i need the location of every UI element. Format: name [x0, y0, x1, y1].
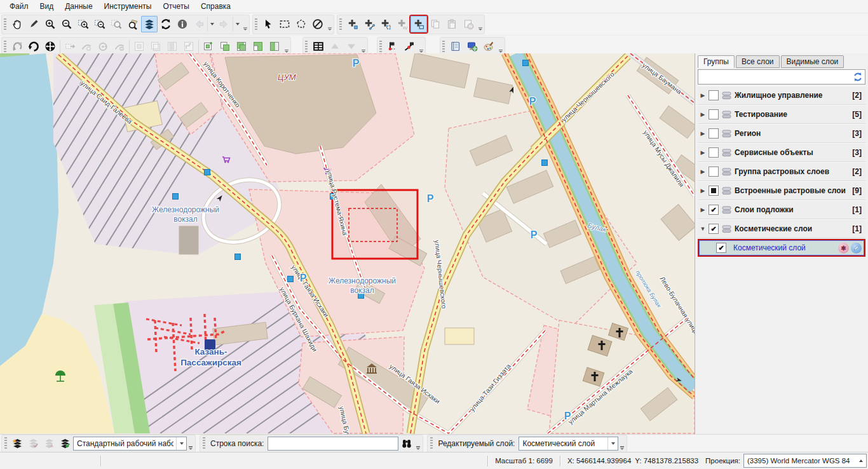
- expander-icon[interactable]: ▼: [698, 226, 708, 232]
- move-object-button[interactable]: [42, 38, 58, 55]
- refresh-layers-icon[interactable]: [853, 72, 863, 82]
- workset-delete-button[interactable]: [41, 436, 57, 451]
- toolbar-grip[interactable]: [255, 18, 257, 31]
- tab-visible-layers[interactable]: Видимые слои: [781, 55, 844, 68]
- toolbar-grip[interactable]: [339, 18, 342, 31]
- vertex-add-button[interactable]: [78, 38, 95, 55]
- workset-apply-button[interactable]: [57, 436, 73, 451]
- layer-snap-button[interactable]: ✱: [838, 243, 849, 254]
- toolbar-grip[interactable]: [379, 41, 382, 53]
- zoom-extent-button[interactable]: [125, 16, 141, 32]
- add-point-xy-button[interactable]: xy: [394, 16, 410, 32]
- style-editor-button[interactable]: [480, 38, 497, 55]
- zoom-window-out-button[interactable]: [92, 16, 108, 32]
- toolbar-overflow-button[interactable]: [618, 435, 625, 452]
- zoom-in-button[interactable]: [42, 16, 58, 32]
- menu-reports[interactable]: Отчеты: [157, 1, 194, 12]
- toolbar-overflow-button[interactable]: [477, 15, 484, 33]
- layer-group-row[interactable]: ▶ Группа растровых слоев [2]: [698, 162, 865, 181]
- geometry-subtract-button[interactable]: [250, 38, 266, 55]
- layer-group-row-expanded[interactable]: ▼ ✔ Косметические слои [1]: [698, 219, 865, 238]
- expander-icon[interactable]: ▶: [698, 111, 708, 118]
- group-checkbox[interactable]: [709, 147, 719, 158]
- tab-all-layers[interactable]: Все слои: [736, 55, 780, 68]
- expander-icon[interactable]: ▶: [698, 168, 708, 175]
- workset-new-button[interactable]: ★: [10, 436, 25, 451]
- group-checkbox[interactable]: [709, 167, 719, 177]
- add-point-button[interactable]: [344, 16, 361, 32]
- group-checkbox[interactable]: [709, 128, 719, 139]
- topology-create-button[interactable]: [131, 38, 147, 55]
- toolbar-overflow-button[interactable]: [326, 15, 333, 33]
- toolbar-grip[interactable]: [305, 41, 308, 53]
- expander-icon[interactable]: ▶: [698, 149, 708, 156]
- journal-button[interactable]: [447, 38, 464, 55]
- toolbar-grip[interactable]: [430, 437, 433, 449]
- layer-row-cosmetic[interactable]: ✔ Косметический слой ✱: [699, 240, 864, 255]
- move-down-button[interactable]: [343, 38, 360, 55]
- expander-icon[interactable]: ▶: [698, 207, 708, 213]
- group-checkbox-checked[interactable]: ✔: [709, 224, 719, 234]
- toolbar-overflow-button[interactable]: [187, 435, 194, 452]
- map-canvas[interactable]: улица Саид-Галеева улица Коротченко улиц…: [0, 53, 695, 434]
- menu-tools[interactable]: Инструменты: [98, 1, 158, 12]
- snap-edge-button[interactable]: [401, 38, 417, 55]
- vertex-handle[interactable]: [235, 254, 241, 260]
- nav-forward-button[interactable]: [216, 16, 233, 32]
- toolbar-grip[interactable]: [4, 437, 7, 449]
- select-polygon-button[interactable]: [293, 16, 309, 32]
- tab-groups[interactable]: Группы: [698, 55, 735, 68]
- geometry-union-button[interactable]: [217, 38, 233, 55]
- layer-group-row[interactable]: ▶ Сервисные объекты [3]: [698, 143, 865, 162]
- layer-group-row[interactable]: ▶ Регион [3]: [698, 124, 865, 143]
- vertex-handle[interactable]: [205, 170, 210, 175]
- refresh-map-button[interactable]: [158, 16, 174, 32]
- vertex-handle[interactable]: [542, 160, 548, 166]
- group-checkbox-checked[interactable]: ✔: [709, 205, 719, 215]
- select-rectangle-button[interactable]: [276, 16, 293, 32]
- layer-filter-input[interactable]: [700, 71, 853, 83]
- group-checkbox[interactable]: [709, 109, 719, 119]
- copy-button[interactable]: [427, 16, 444, 32]
- info-button[interactable]: [174, 16, 191, 32]
- add-rectangle-button[interactable]: [410, 16, 427, 32]
- combo-dropdown-button[interactable]: [607, 437, 618, 450]
- layer-group-row[interactable]: ▶ Жилищное управление [2]: [698, 86, 865, 105]
- undo-button[interactable]: [9, 38, 25, 55]
- layer-group-row[interactable]: ▶ Тестирование [5]: [698, 105, 865, 124]
- editable-layer-combobox[interactable]: Косметический слой: [519, 437, 618, 451]
- menu-file[interactable]: Файл: [4, 1, 34, 12]
- toolbar-overflow-button[interactable]: [241, 15, 248, 33]
- zoom-to-selection-button[interactable]: [108, 16, 125, 32]
- toolbar-overflow-button[interactable]: [414, 435, 421, 452]
- vertex-handle[interactable]: [288, 276, 294, 282]
- geometry-add-part-button[interactable]: [200, 38, 217, 55]
- projection-combobox[interactable]: (3395) World Mercator WGS 84: [743, 454, 867, 468]
- expander-icon[interactable]: ▶: [698, 187, 708, 194]
- remote-service-button[interactable]: [464, 38, 480, 55]
- select-cursor-button[interactable]: [260, 16, 276, 32]
- layer-group-row[interactable]: ▶ ✔ Слои подложки [1]: [698, 200, 865, 219]
- menu-help[interactable]: Справка: [195, 1, 236, 12]
- redo-rotate-button[interactable]: [25, 38, 42, 55]
- toolbar-grip[interactable]: [442, 41, 445, 53]
- vertex-move-button[interactable]: [62, 38, 78, 55]
- combo-dropdown-button[interactable]: [176, 437, 186, 450]
- layer-edit-button[interactable]: [851, 243, 862, 254]
- group-checkbox[interactable]: [709, 90, 719, 100]
- group-checkbox-partial[interactable]: [709, 186, 719, 196]
- layers-visibility-button[interactable]: [141, 16, 158, 32]
- find-button[interactable]: [398, 436, 414, 451]
- toolbar-grip[interactable]: [4, 41, 6, 53]
- snap-vertex-button[interactable]: [384, 38, 401, 55]
- toolbar-overflow-button[interactable]: [417, 37, 424, 55]
- workset-save-button[interactable]: [25, 436, 41, 451]
- attribute-table-button[interactable]: [310, 38, 327, 55]
- measure-button[interactable]: [25, 16, 42, 32]
- expander-icon[interactable]: ▶: [698, 92, 708, 99]
- vertex-handle[interactable]: [173, 194, 179, 200]
- menu-data[interactable]: Данные: [59, 1, 98, 12]
- paste-button[interactable]: [444, 16, 460, 32]
- add-polyline-button[interactable]: [361, 16, 377, 32]
- geometry-split-button[interactable]: [266, 38, 283, 55]
